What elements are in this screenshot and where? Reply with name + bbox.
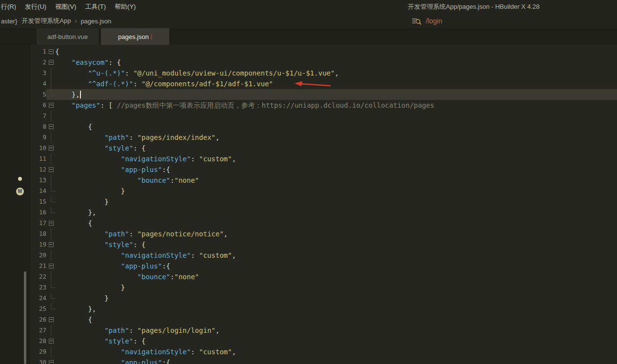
code-line[interactable]: 20 "navigationStyle": "custom", xyxy=(30,250,617,261)
left-panel-strip: M xyxy=(0,45,30,364)
code-line[interactable]: 21 "app-plus":{ xyxy=(30,261,617,271)
modified-badge-icon: M xyxy=(16,188,24,195)
fold-toggle-icon[interactable] xyxy=(46,261,55,271)
breadcrumb-project[interactable]: 开发管理系统App xyxy=(21,17,71,25)
fold-guide xyxy=(46,175,55,186)
code-line[interactable]: 2 "easycom": { xyxy=(30,57,617,68)
code-line[interactable]: 19 "style": { xyxy=(30,239,617,250)
code-line[interactable]: 30 "app-plus":{ xyxy=(30,357,617,364)
code-line[interactable]: 6 "pages": [ //pages数组中第一项表示应用启动页，参考：htt… xyxy=(30,100,617,111)
code-text: "^adf-(.*)": "@/components/adf-$1/adf-$1… xyxy=(55,78,273,89)
code-editor[interactable]: 1{2 "easycom": {3 "^u-(.*)": "@/uni_modu… xyxy=(30,45,617,364)
fold-guide xyxy=(46,250,55,261)
code-text: "style": { xyxy=(55,239,145,250)
code-line[interactable]: 27 "path": "pages/login/login", xyxy=(30,325,617,336)
code-text: "style": { xyxy=(55,336,145,346)
fold-guide xyxy=(46,325,55,336)
code-line[interactable]: 26 { xyxy=(30,314,617,325)
code-line[interactable]: 23 } xyxy=(30,282,617,293)
code-line[interactable]: 11 "navigationStyle": "custom", xyxy=(30,153,617,164)
line-number: 17 xyxy=(30,218,46,229)
fold-toggle-icon[interactable] xyxy=(46,164,55,175)
tab-modified-indicator xyxy=(151,34,152,39)
line-number: 24 xyxy=(30,293,46,304)
code-line[interactable]: 14 } xyxy=(30,186,617,196)
code-line[interactable]: 29 "navigationStyle": "custom", xyxy=(30,346,617,357)
code-text: "path": "pages/login/login", xyxy=(55,325,219,336)
fold-toggle-icon[interactable] xyxy=(46,57,55,68)
code-line[interactable]: 1{ xyxy=(30,46,617,57)
fold-guide xyxy=(46,153,55,164)
code-line[interactable]: 9 "path": "pages/index/index", xyxy=(30,132,617,143)
code-text: }, xyxy=(55,304,96,314)
menu-tools[interactable]: 工具(T) xyxy=(80,0,110,14)
menu-run[interactable]: 行(R) xyxy=(0,0,20,14)
fold-toggle-icon[interactable] xyxy=(46,100,55,111)
line-number: 30 xyxy=(30,357,46,364)
line-number: 5 xyxy=(30,89,46,100)
code-text: "app-plus":{ xyxy=(55,261,170,271)
code-line[interactable]: 28 "style": { xyxy=(30,336,617,346)
tab-label: pages.json xyxy=(118,33,149,40)
menu-view[interactable]: 视图(V) xyxy=(51,0,80,14)
fold-guide xyxy=(46,89,55,100)
tab-adf-button-vue[interactable]: adf-button.vue xyxy=(37,28,99,45)
fold-toggle-icon[interactable] xyxy=(46,143,55,153)
fold-guide xyxy=(46,111,55,121)
code-line[interactable]: 12 "app-plus":{ xyxy=(30,164,617,175)
code-line[interactable]: 3 "^u-(.*)": "@/uni_modules/uview-ui/com… xyxy=(30,68,617,78)
fold-toggle-icon[interactable] xyxy=(46,357,55,364)
code-text: } xyxy=(55,282,125,293)
code-text: "path": "pages/index/index", xyxy=(55,132,219,143)
fold-toggle-icon[interactable] xyxy=(46,314,55,325)
line-number: 7 xyxy=(30,111,46,121)
goto-search[interactable]: /login xyxy=(411,14,442,28)
code-text: } xyxy=(55,196,109,207)
code-line[interactable]: 7 xyxy=(30,111,617,121)
code-line[interactable]: 15 } xyxy=(30,196,617,207)
line-number: 16 xyxy=(30,207,46,218)
search-list-icon xyxy=(411,17,422,25)
line-number: 14 xyxy=(30,186,46,196)
tab-label: adf-button.vue xyxy=(47,33,88,40)
left-scrollbar-thumb[interactable] xyxy=(24,271,26,364)
code-line[interactable]: 13 "bounce":"none" xyxy=(30,175,617,186)
code-text: "app-plus":{ xyxy=(55,357,170,364)
code-text: "pages": [ //pages数组中第一项表示应用启动页，参考：https… xyxy=(55,100,434,111)
code-line[interactable]: 24 } xyxy=(30,293,617,304)
code-line[interactable]: 16 }, xyxy=(30,207,617,218)
line-number: 3 xyxy=(30,68,46,78)
code-text: "bounce":"none" xyxy=(55,175,199,186)
line-number: 11 xyxy=(30,153,46,164)
breadcrumb-git-branch[interactable]: aster} xyxy=(1,18,17,25)
code-text: { xyxy=(55,218,92,229)
code-line[interactable]: 25 }, xyxy=(30,304,617,314)
fold-toggle-icon[interactable] xyxy=(46,121,55,132)
code-line[interactable]: 5 }, xyxy=(30,89,617,100)
line-number: 10 xyxy=(30,143,46,153)
code-line[interactable]: 18 "path": "pages/notice/notice", xyxy=(30,229,617,239)
code-line[interactable]: 10 "style": { xyxy=(30,143,617,153)
code-line[interactable]: 17 { xyxy=(30,218,617,229)
search-query[interactable]: /login xyxy=(426,17,442,25)
fold-toggle-icon[interactable] xyxy=(46,218,55,229)
line-number: 4 xyxy=(30,78,46,89)
menu-help[interactable]: 帮助(Y) xyxy=(110,0,140,14)
tab-pages-json[interactable]: pages.json xyxy=(101,28,169,45)
fold-guide xyxy=(46,304,55,314)
line-number: 23 xyxy=(30,282,46,293)
fold-toggle-icon[interactable] xyxy=(46,239,55,250)
code-text: "navigationStyle": "custom", xyxy=(55,250,236,261)
fold-toggle-icon[interactable] xyxy=(46,336,55,346)
fold-toggle-icon[interactable] xyxy=(46,46,55,57)
fold-guide xyxy=(46,78,55,89)
line-number: 9 xyxy=(30,132,46,143)
line-number: 13 xyxy=(30,175,46,186)
breadcrumb-file[interactable]: pages.json xyxy=(80,18,111,25)
code-line[interactable]: 8 { xyxy=(30,121,617,132)
code-line[interactable]: 22 "bounce":"none" xyxy=(30,271,617,282)
fold-guide xyxy=(46,346,55,357)
line-number: 21 xyxy=(30,261,46,271)
text-cursor xyxy=(80,91,81,98)
menu-publish[interactable]: 发行(U) xyxy=(20,0,51,14)
